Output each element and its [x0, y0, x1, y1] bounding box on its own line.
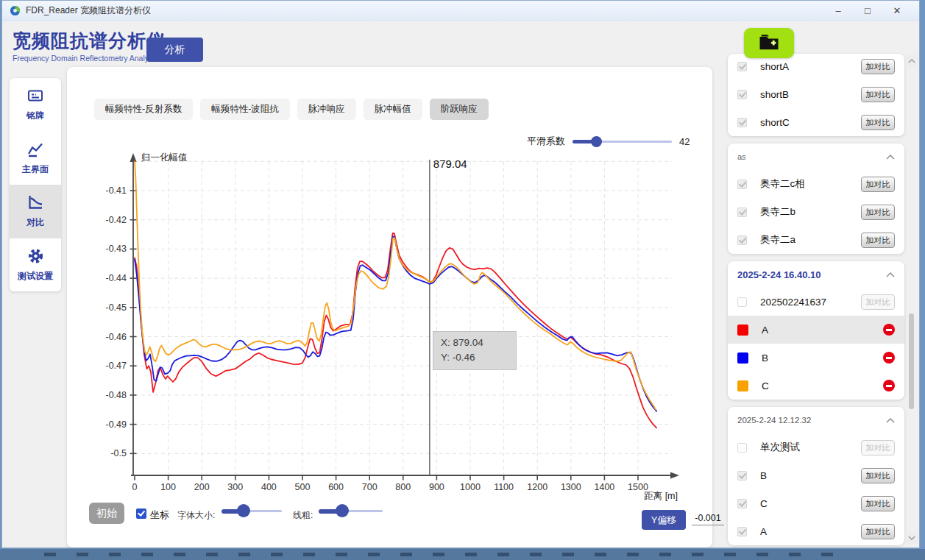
add-compare-button[interactable]: 加对比 — [861, 233, 895, 248]
measurement-row[interactable]: 奥寺二a加对比 — [728, 226, 904, 254]
group-title: as — [737, 152, 746, 161]
measurement-row[interactable]: 202502241637加对比 — [728, 288, 904, 316]
sidebar-item-label: 对比 — [26, 216, 44, 229]
chevron-up-icon[interactable] — [886, 418, 895, 423]
scrollbar-thumb[interactable] — [909, 313, 914, 409]
sidebar-item-3[interactable]: 测试设置 — [10, 238, 61, 292]
checked-checkbox[interactable] — [737, 180, 747, 189]
sidebar-item-2[interactable]: 对比 — [10, 185, 61, 238]
add-compare-button[interactable]: 加对比 — [861, 440, 895, 456]
close-button[interactable]: ✕ — [882, 5, 912, 16]
app-brand: 宽频阻抗谱分析仪 Frequency Domain Reflectometry … — [13, 29, 166, 63]
measurement-row[interactable]: 奥寺二b加对比 — [728, 198, 904, 226]
sidebar-item-0[interactable]: 铭牌 — [10, 78, 61, 132]
add-compare-group-button[interactable] — [744, 28, 794, 58]
compare-curve-icon — [26, 194, 45, 214]
add-compare-button[interactable]: 加对比 — [861, 468, 895, 483]
measurement-row[interactable]: shortC加对比 — [728, 108, 904, 136]
measurement-row[interactable]: C — [728, 372, 904, 400]
svg-text:1200: 1200 — [527, 482, 547, 492]
measurement-label: B — [760, 470, 861, 481]
chart-area[interactable]: 0100200300400500600700800900100011001200… — [105, 148, 694, 501]
chart-card: 幅频特性-反射系数幅频特性-波阻抗脉冲响应脉冲幅值阶跃响应 平滑系数 42 01… — [67, 67, 712, 547]
svg-text:879.04: 879.04 — [433, 157, 467, 170]
add-compare-button[interactable]: 加对比 — [861, 115, 895, 130]
unchecked-checkbox[interactable] — [737, 443, 747, 453]
analyze-button[interactable]: 分析 — [146, 38, 203, 62]
add-compare-button[interactable]: 加对比 — [861, 87, 895, 102]
svg-text:900: 900 — [429, 482, 444, 492]
checked-checkbox[interactable] — [737, 62, 747, 71]
measurement-row[interactable]: 单次测试加对比 — [728, 433, 904, 461]
svg-text:-0.5: -0.5 — [110, 448, 127, 458]
checked-checkbox[interactable] — [737, 499, 747, 508]
smoothing-value: 42 — [679, 136, 690, 147]
checked-checkbox[interactable] — [737, 90, 747, 99]
add-compare-button[interactable]: 加对比 — [861, 177, 895, 192]
line-width-slider[interactable] — [319, 504, 383, 517]
checked-checkbox[interactable] — [737, 527, 747, 536]
svg-text:-0.43: -0.43 — [106, 244, 127, 254]
slider-thumb[interactable] — [591, 136, 602, 147]
measurement-row[interactable]: B加对比 — [728, 461, 904, 489]
measurement-label: 奥寺二a — [760, 233, 861, 247]
measurement-label: A — [760, 526, 861, 537]
slider-thumb[interactable] — [237, 504, 250, 517]
scrollbar-up-arrow[interactable] — [906, 55, 918, 67]
add-compare-button[interactable]: 加对比 — [861, 59, 895, 74]
measurement-label: shortB — [760, 89, 861, 100]
tooltip-x: X: 879.04 — [441, 336, 508, 350]
measurement-row[interactable]: B — [728, 344, 904, 372]
measurement-row[interactable]: A加对比 — [728, 517, 904, 545]
series-color-swatch — [737, 325, 748, 336]
checked-checkbox[interactable] — [737, 208, 747, 217]
smoothing-slider[interactable] — [573, 136, 672, 147]
checked-checkbox[interactable] — [737, 471, 747, 481]
tab-2[interactable]: 脉冲响应 — [297, 99, 356, 120]
svg-text:-0.47: -0.47 — [106, 361, 127, 371]
coordinates-checkbox[interactable] — [136, 508, 146, 519]
measurement-row[interactable]: 奥寺二c相加对比 — [728, 170, 904, 198]
remove-series-button[interactable] — [883, 324, 895, 336]
measurement-row[interactable]: shortB加对比 — [728, 80, 904, 108]
svg-text:-0.45: -0.45 — [106, 302, 127, 313]
series-color-swatch — [737, 380, 748, 391]
tab-4[interactable]: 阶跃响应 — [430, 99, 489, 120]
group-header[interactable]: as — [728, 143, 904, 170]
remove-series-button[interactable] — [883, 380, 895, 391]
maximize-button[interactable]: □ — [853, 5, 882, 16]
slider-thumb[interactable] — [336, 504, 349, 517]
tab-3[interactable]: 脉冲幅值 — [364, 99, 422, 120]
measurement-label: A — [762, 325, 883, 336]
tab-1[interactable]: 幅频特性-波阻抗 — [200, 99, 290, 120]
add-compare-button[interactable]: 加对比 — [861, 205, 895, 220]
svg-text:1400: 1400 — [594, 482, 614, 492]
checked-checkbox[interactable] — [737, 118, 747, 127]
measurement-label: 奥寺二c相 — [760, 177, 861, 191]
chevron-up-icon[interactable] — [886, 272, 895, 277]
step-response-chart[interactable]: 0100200300400500600700800900100011001200… — [105, 148, 694, 501]
minimize-button[interactable]: – — [823, 5, 853, 16]
measurement-label: shortC — [760, 117, 861, 128]
y-offset-button[interactable]: Y偏移 — [642, 510, 686, 530]
add-compare-button[interactable]: 加对比 — [861, 496, 895, 511]
chart-type-tabs: 幅频特性-反射系数幅频特性-波阻抗脉冲响应脉冲幅值阶跃响应 — [94, 99, 489, 120]
measurement-row[interactable]: C加对比 — [728, 489, 904, 517]
gear-icon — [26, 247, 45, 268]
checked-checkbox[interactable] — [737, 235, 747, 245]
font-size-slider[interactable] — [221, 504, 282, 517]
reset-button[interactable]: 初始 — [89, 503, 124, 524]
add-compare-button[interactable]: 加对比 — [861, 524, 895, 539]
tab-0[interactable]: 幅频特性-反射系数 — [94, 99, 193, 120]
svg-text:800: 800 — [395, 482, 411, 492]
remove-series-button[interactable] — [883, 352, 895, 364]
add-compare-button[interactable]: 加对比 — [861, 294, 895, 310]
chevron-up-icon[interactable] — [886, 155, 895, 160]
unchecked-checkbox[interactable] — [737, 297, 747, 307]
measurement-row[interactable]: A — [728, 316, 904, 344]
group-header[interactable]: 2025-2-24 12.12.32 — [728, 407, 904, 433]
sidebar-item-1[interactable]: 主界面 — [10, 132, 61, 185]
y-offset-input[interactable] — [692, 511, 724, 525]
scrollbar-down-arrow[interactable] — [906, 532, 918, 544]
group-header[interactable]: 2025-2-24 16.40.10 — [728, 261, 904, 288]
